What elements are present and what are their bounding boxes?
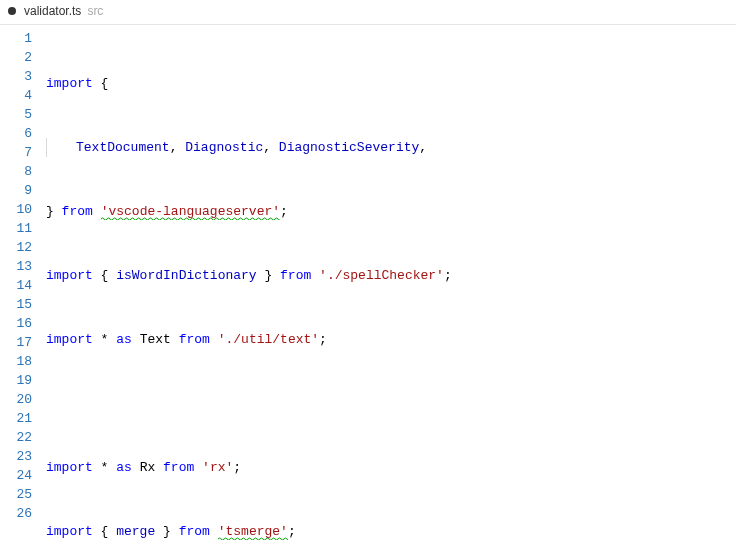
line-number: 10 xyxy=(6,200,32,219)
editor-tab-bar: validator.ts src xyxy=(0,0,736,25)
code-line[interactable]: import { merge } from 'tsmerge'; xyxy=(46,522,736,541)
line-number: 11 xyxy=(6,219,32,238)
code-line[interactable]: import { xyxy=(46,74,736,93)
code-line[interactable]: import { isWordInDictionary } from './sp… xyxy=(46,266,736,285)
line-number: 20 xyxy=(6,390,32,409)
identifier: Diagnostic xyxy=(185,140,263,155)
line-number: 22 xyxy=(6,428,32,447)
string-literal: 'vscode-languageserver' xyxy=(101,204,280,220)
line-number: 14 xyxy=(6,276,32,295)
line-number: 24 xyxy=(6,466,32,485)
string-literal: 'rx' xyxy=(202,460,233,475)
keyword-as: as xyxy=(116,332,132,347)
line-number: 16 xyxy=(6,314,32,333)
code-text: ; xyxy=(280,204,288,219)
code-text xyxy=(93,204,101,219)
line-number: 19 xyxy=(6,371,32,390)
code-text: { xyxy=(93,524,116,539)
line-number: 17 xyxy=(6,333,32,352)
line-number: 6 xyxy=(6,124,32,143)
code-text: , xyxy=(263,140,279,155)
code-text: } xyxy=(257,268,280,283)
keyword-import: import xyxy=(46,524,93,539)
code-text: , xyxy=(419,140,427,155)
keyword-import: import xyxy=(46,460,93,475)
tab-modified-indicator-icon xyxy=(8,7,16,15)
keyword-import: import xyxy=(46,332,93,347)
keyword-from: from xyxy=(179,332,210,347)
string-literal: './spellChecker' xyxy=(319,268,444,283)
line-number: 13 xyxy=(6,257,32,276)
code-text: ; xyxy=(288,524,296,539)
code-text: ; xyxy=(319,332,327,347)
line-number: 18 xyxy=(6,352,32,371)
line-number: 3 xyxy=(6,67,32,86)
keyword-from: from xyxy=(280,268,311,283)
keyword-import: import xyxy=(46,76,93,91)
code-text: * xyxy=(93,460,116,475)
keyword-as: as xyxy=(116,460,132,475)
identifier: TextDocument xyxy=(76,140,170,155)
code-line[interactable]: TextDocument, Diagnostic, DiagnosticSeve… xyxy=(46,138,736,157)
identifier: isWordInDictionary xyxy=(116,268,256,283)
line-number: 15 xyxy=(6,295,32,314)
code-text: ; xyxy=(444,268,452,283)
code-line[interactable]: import * as Rx from 'rx'; xyxy=(46,458,736,477)
code-line[interactable] xyxy=(46,394,736,413)
line-number: 26 xyxy=(6,504,32,523)
keyword-from: from xyxy=(179,524,210,539)
tab-directory: src xyxy=(87,4,103,18)
code-text: , xyxy=(170,140,186,155)
tab-filename[interactable]: validator.ts xyxy=(24,4,81,18)
code-line[interactable]: import * as Text from './util/text'; xyxy=(46,330,736,349)
line-number: 23 xyxy=(6,447,32,466)
line-number: 25 xyxy=(6,485,32,504)
keyword-from: from xyxy=(163,460,194,475)
line-number: 8 xyxy=(6,162,32,181)
string-literal: './util/text' xyxy=(218,332,319,347)
code-text: } xyxy=(155,524,178,539)
code-text: { xyxy=(93,268,116,283)
code-line[interactable]: } from 'vscode-languageserver'; xyxy=(46,202,736,221)
line-number: 21 xyxy=(6,409,32,428)
line-number: 7 xyxy=(6,143,32,162)
code-text xyxy=(311,268,319,283)
keyword-from: from xyxy=(62,204,93,219)
line-number: 4 xyxy=(6,86,32,105)
code-text: } xyxy=(46,204,62,219)
line-number: 5 xyxy=(6,105,32,124)
line-number-gutter: 1 2 3 4 5 6 7 8 9 10 11 12 13 14 15 16 1… xyxy=(0,25,42,547)
code-text xyxy=(210,332,218,347)
code-text: * xyxy=(93,332,116,347)
identifier: merge xyxy=(116,524,155,539)
string-literal: 'tsmerge' xyxy=(218,524,288,540)
code-text: { xyxy=(93,76,109,91)
code-area[interactable]: import { TextDocument, Diagnostic, Diagn… xyxy=(42,25,736,547)
identifier: DiagnosticSeverity xyxy=(279,140,419,155)
line-number: 12 xyxy=(6,238,32,257)
code-text: Text xyxy=(132,332,179,347)
code-text: ; xyxy=(233,460,241,475)
keyword-import: import xyxy=(46,268,93,283)
code-text: Rx xyxy=(132,460,163,475)
editor-pane[interactable]: 1 2 3 4 5 6 7 8 9 10 11 12 13 14 15 16 1… xyxy=(0,25,736,547)
code-text xyxy=(210,524,218,539)
line-number: 9 xyxy=(6,181,32,200)
line-number: 2 xyxy=(6,48,32,67)
code-text xyxy=(194,460,202,475)
line-number: 1 xyxy=(6,29,32,48)
indent-guide-icon xyxy=(46,138,47,157)
